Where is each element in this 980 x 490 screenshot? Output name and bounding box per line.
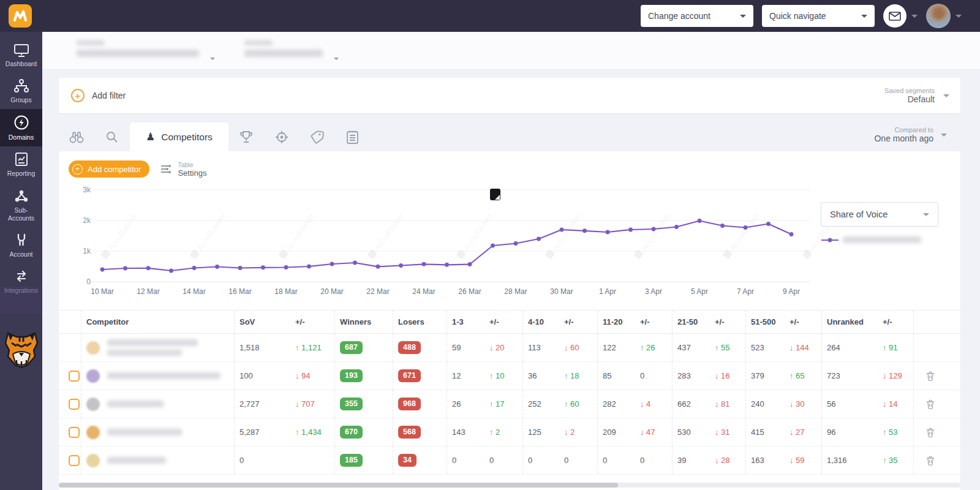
competitor-cell[interactable] [81,362,234,390]
table-cell: ↓ 129 [878,362,913,390]
competitor-checkbox[interactable] [69,399,80,410]
competitor-cell[interactable] [81,418,234,446]
tab-competitors-label: Competitors [161,132,213,143]
tab-competitors[interactable]: ♟ Competitors [130,123,228,151]
saved-segments-dropdown[interactable]: Saved segments Default [884,87,949,104]
delete-competitor-button[interactable] [919,428,941,437]
table-cell: 39 [672,447,710,474]
plus-icon: + [72,164,83,175]
table-cell: ↑ 17 [484,390,522,418]
target-icon [274,130,289,145]
tab-notes[interactable] [335,123,371,151]
winners-badge: 355 [340,398,363,410]
column-header: +/- [559,311,597,333]
column-header: 11-20 [597,311,635,333]
chevron-down-icon[interactable] [956,15,962,18]
add-competitor-button[interactable]: + Add competitor [69,160,149,178]
value-text: 530 [677,428,691,437]
tab-landing-pages[interactable] [264,123,300,151]
sidebar-item-account[interactable]: Account [0,227,42,263]
table-cell: ↑ 35 [878,447,913,474]
delta-down: ↓ 20 [489,343,505,352]
chevron-down-icon [941,134,947,137]
svg-text:12 Mar: 12 Mar [137,287,159,296]
competitor-cell[interactable] [81,447,234,474]
sidebar-item-label: Dashboard [6,60,37,68]
change-account-dropdown[interactable]: Change account [641,5,753,27]
table-cell: 0 [447,447,484,474]
table-cell: 723 [821,362,878,390]
compared-to-dropdown[interactable]: Compared to One month ago [874,126,947,143]
messages-button[interactable] [883,4,907,28]
delete-competitor-button[interactable] [919,399,941,409]
metric-select[interactable]: Share of Voice [821,202,938,227]
winners-badge: 670 [340,426,363,439]
sov-chart: AccuRankerAccuRankerAccuRankerAccuRanker… [69,184,822,306]
sidebar-item-groups[interactable]: Groups [0,73,42,109]
table-cell: ↑ 55 [710,334,745,361]
delta-up: ↑ 53 [883,428,898,437]
table-cell: 193 [334,362,393,390]
table-body: 1,518↑ 1,12168748859↓ 20113↓ 60122↑ 2643… [59,334,960,475]
column-header-spacer [59,311,81,333]
svg-text:18 Mar: 18 Mar [274,287,297,296]
delta-down: ↓ 144 [790,343,809,352]
value-text: 2,727 [239,399,260,409]
table-cell: 96 [821,418,878,446]
value-text: 0 [603,456,607,465]
svg-text:28 Mar: 28 Mar [504,287,527,296]
table-cell: 34 [393,447,447,474]
sidebar-item-dashboard[interactable]: Dashboard [0,38,42,73]
search-icon [105,130,119,144]
table-cell: 0 [559,447,597,474]
tab-keywords[interactable] [94,123,130,151]
delta-down: ↓ 30 [790,399,805,409]
table-cell: 209 [597,418,635,446]
actions-cell [913,418,941,446]
chart-legend-item[interactable] [821,236,938,243]
competitor-checkbox[interactable] [69,455,80,466]
quick-navigate-dropdown[interactable]: Quick navigate [762,5,875,27]
chevron-down-icon[interactable] [911,15,918,18]
table-cell: ↑ 60 [559,390,597,418]
column-header: Losers [393,311,447,333]
sidebar-item-label: Domains [9,134,34,141]
table-cell: ↓ 81 [710,390,745,418]
table-cell: 85 [597,362,635,390]
add-filter-button[interactable]: + Add filter [71,89,126,102]
sidebar-item-label: Reporting [7,170,36,178]
domain-selector[interactable] [244,40,323,57]
table-cell: ↑ 65 [785,362,821,390]
winners-badge: 193 [340,369,363,382]
delta-down: ↓ 31 [715,428,730,437]
app-logo[interactable] [9,4,32,28]
group-selector[interactable] [77,40,199,57]
sidebar-item-domains[interactable]: Domains [0,109,42,146]
competitor-cell[interactable] [81,334,234,361]
tab-overview[interactable] [59,123,94,151]
competitor-checkbox[interactable] [69,371,80,382]
delete-competitor-button[interactable] [919,371,941,381]
competitors-table: CompetitorSoV+/-WinnersLosers1-3+/-4-10+… [59,310,960,475]
sidebar-item-reporting[interactable]: Reporting [0,146,42,183]
delta-up: ↑ 17 [489,399,505,409]
delete-competitor-button[interactable] [919,456,941,466]
note-marker-icon[interactable] [490,189,500,200]
competitor-cell[interactable] [81,390,234,418]
user-avatar[interactable] [926,4,951,28]
tab-rankings[interactable] [228,123,264,151]
table-settings-button[interactable]: Table Settings [160,161,206,178]
value-text: 379 [751,371,764,380]
svg-text:3 Apr: 3 Apr [645,287,662,296]
table-cell: 113 [522,334,559,361]
table-cell: 1,316 [821,447,878,474]
delta-down: ↓ 2 [564,428,575,437]
scrollbar-thumb[interactable] [59,483,618,488]
sidebar-item-sub-accounts[interactable]: Sub-Accounts [0,183,42,227]
main-content: + Add filter Saved segments Default ♟ Co… [42,32,980,490]
losers-badge: 671 [398,369,421,382]
tab-tags[interactable] [300,123,335,151]
horizontal-scrollbar[interactable] [59,483,960,488]
value-text: 264 [827,343,840,352]
competitor-checkbox[interactable] [69,427,80,438]
